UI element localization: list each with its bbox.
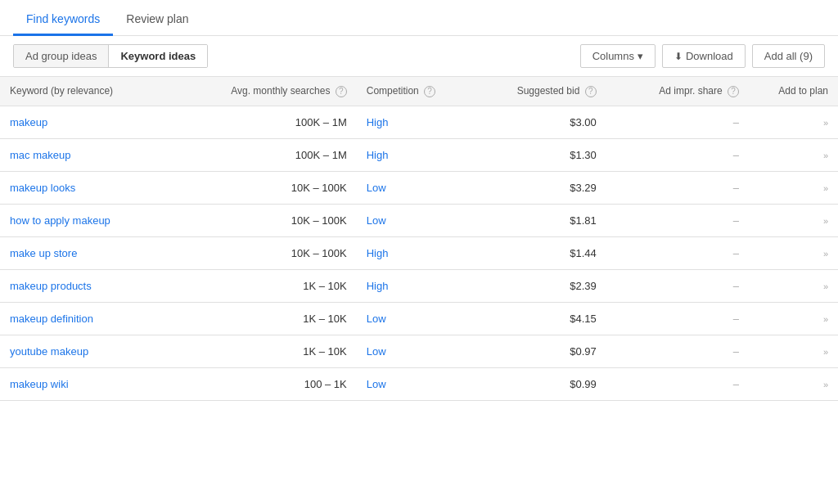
cell-add-to-plan: »	[749, 236, 838, 269]
keyword-table: Keyword (by relevance) Avg. monthly sear…	[0, 77, 838, 401]
header-share: Ad impr. share ?	[606, 77, 749, 106]
cell-keyword: makeup products	[0, 269, 178, 302]
cell-competition: Low	[357, 171, 464, 204]
download-icon: ⬇	[674, 51, 683, 62]
cell-competition: High	[357, 269, 464, 302]
keyword-link[interactable]: mac makeup	[10, 149, 70, 161]
cell-bid: $1.30	[463, 138, 606, 171]
toolbar: Ad group ideas Keyword ideas Columns ▾ ⬇…	[0, 36, 838, 77]
keyword-link[interactable]: make up store	[10, 247, 77, 259]
cell-monthly: 100K – 1M	[178, 106, 357, 138]
add-chevron-icon[interactable]: »	[823, 314, 828, 324]
cell-monthly: 1K – 10K	[178, 335, 357, 367]
add-chevron-icon[interactable]: »	[823, 216, 828, 226]
cell-bid: $3.29	[463, 171, 606, 204]
competition-help-icon[interactable]: ?	[424, 86, 435, 97]
cell-add-to-plan: »	[749, 335, 838, 367]
bid-help-icon[interactable]: ?	[585, 86, 597, 97]
keyword-link[interactable]: makeup products	[10, 280, 92, 292]
cell-keyword: makeup	[0, 106, 178, 138]
keyword-link[interactable]: how to apply makeup	[10, 214, 110, 227]
keyword-ideas-tab[interactable]: Keyword ideas	[109, 45, 207, 67]
cell-monthly: 1K – 10K	[178, 269, 357, 302]
chevron-down-icon: ▾	[638, 50, 643, 62]
columns-label: Columns	[592, 50, 634, 62]
cell-bid: $1.81	[463, 204, 606, 236]
cell-add-to-plan: »	[749, 302, 838, 335]
add-chevron-icon[interactable]: »	[823, 347, 828, 357]
cell-share: –	[606, 138, 749, 171]
table-row: youtube makeup 1K – 10K Low $0.97 – »	[0, 335, 838, 367]
columns-button[interactable]: Columns ▾	[580, 44, 656, 68]
cell-competition: High	[357, 236, 464, 269]
add-chevron-icon[interactable]: »	[823, 281, 828, 291]
add-chevron-icon[interactable]: »	[823, 118, 828, 128]
cell-competition: High	[357, 138, 464, 171]
toolbar-actions: Columns ▾ ⬇ Download Add all (9)	[580, 44, 825, 68]
header-monthly: Avg. monthly searches ?	[178, 77, 357, 106]
header-add-to-plan: Add to plan	[749, 77, 838, 106]
header-keyword: Keyword (by relevance)	[0, 77, 178, 106]
view-tab-group: Ad group ideas Keyword ideas	[13, 44, 208, 68]
table-row: makeup definition 1K – 10K Low $4.15 – »	[0, 302, 838, 335]
add-chevron-icon[interactable]: »	[823, 249, 828, 259]
cell-add-to-plan: »	[749, 269, 838, 302]
cell-bid: $0.99	[463, 367, 606, 400]
table-body: makeup 100K – 1M High $3.00 – » mac make…	[0, 106, 838, 400]
cell-share: –	[606, 269, 749, 302]
cell-share: –	[606, 204, 749, 236]
cell-bid: $3.00	[463, 106, 606, 138]
keyword-link[interactable]: makeup looks	[10, 182, 75, 194]
cell-monthly: 10K – 100K	[178, 171, 357, 204]
keyword-link[interactable]: makeup definition	[10, 313, 93, 325]
cell-share: –	[606, 335, 749, 367]
cell-competition: Low	[357, 367, 464, 400]
cell-monthly: 1K – 10K	[178, 302, 357, 335]
cell-share: –	[606, 106, 749, 138]
keyword-link[interactable]: youtube makeup	[10, 345, 88, 358]
table-row: makeup wiki 100 – 1K Low $0.99 – »	[0, 367, 838, 400]
cell-keyword: makeup looks	[0, 171, 178, 204]
cell-keyword: mac makeup	[0, 138, 178, 171]
cell-monthly: 100K – 1M	[178, 138, 357, 171]
download-button[interactable]: ⬇ Download	[662, 44, 746, 68]
ad-group-ideas-tab[interactable]: Ad group ideas	[14, 45, 109, 67]
cell-keyword: makeup definition	[0, 302, 178, 335]
cell-keyword: makeup wiki	[0, 367, 178, 400]
add-chevron-icon[interactable]: »	[823, 380, 828, 389]
cell-competition: Low	[357, 335, 464, 367]
cell-add-to-plan: »	[749, 367, 838, 400]
cell-keyword: how to apply makeup	[0, 204, 178, 236]
table-row: how to apply makeup 10K – 100K Low $1.81…	[0, 204, 838, 236]
table-row: make up store 10K – 100K High $1.44 – »	[0, 236, 838, 269]
keyword-link[interactable]: makeup	[10, 116, 47, 128]
cell-bid: $0.97	[463, 335, 606, 367]
table-row: mac makeup 100K – 1M High $1.30 – »	[0, 138, 838, 171]
table-header-row: Keyword (by relevance) Avg. monthly sear…	[0, 77, 838, 106]
cell-competition: Low	[357, 302, 464, 335]
tab-review-plan[interactable]: Review plan	[113, 4, 201, 36]
header-bid: Suggested bid ?	[463, 77, 606, 106]
cell-bid: $2.39	[463, 269, 606, 302]
monthly-help-icon[interactable]: ?	[336, 86, 347, 97]
table-row: makeup products 1K – 10K High $2.39 – »	[0, 269, 838, 302]
header-competition: Competition ?	[357, 77, 464, 106]
cell-bid: $1.44	[463, 236, 606, 269]
cell-share: –	[606, 367, 749, 400]
keyword-link[interactable]: makeup wiki	[10, 378, 69, 390]
top-navigation: Find keywords Review plan	[0, 0, 838, 36]
add-all-button[interactable]: Add all (9)	[752, 44, 825, 68]
cell-share: –	[606, 236, 749, 269]
cell-add-to-plan: »	[749, 138, 838, 171]
table-row: makeup 100K – 1M High $3.00 – »	[0, 106, 838, 138]
cell-competition: Low	[357, 204, 464, 236]
add-chevron-icon[interactable]: »	[823, 183, 828, 193]
table-row: makeup looks 10K – 100K Low $3.29 – »	[0, 171, 838, 204]
cell-monthly: 10K – 100K	[178, 236, 357, 269]
cell-add-to-plan: »	[749, 171, 838, 204]
tab-find-keywords[interactable]: Find keywords	[13, 4, 113, 36]
add-chevron-icon[interactable]: »	[823, 151, 828, 160]
share-help-icon[interactable]: ?	[728, 86, 739, 97]
cell-add-to-plan: »	[749, 106, 838, 138]
cell-keyword: youtube makeup	[0, 335, 178, 367]
